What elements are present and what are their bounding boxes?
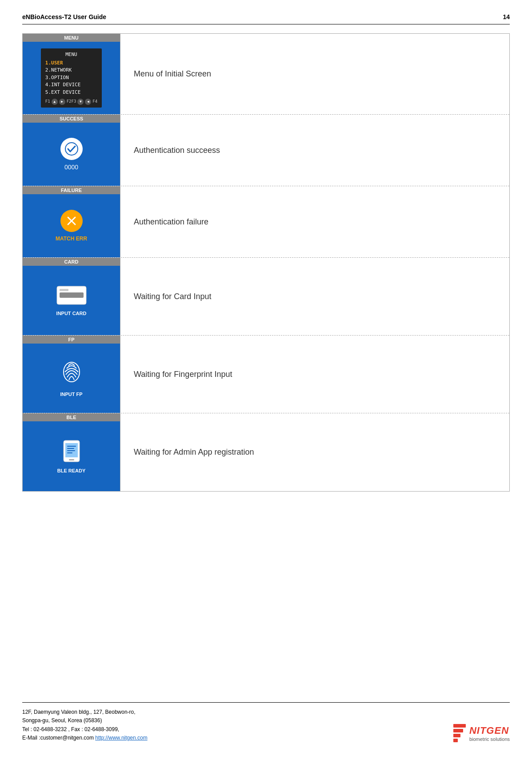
screen-header-fp: FP xyxy=(23,336,120,344)
document-title: eNBioAccess-T2 User Guide xyxy=(22,13,106,20)
menu-buttons: F1 ▲ ▶ F2 F3 ▼ ◀ F4 xyxy=(45,99,97,105)
failure-x-icon xyxy=(60,210,83,232)
logo-bar-1 xyxy=(453,724,466,728)
f2-label: F2 xyxy=(67,99,72,105)
page-number: 14 xyxy=(503,13,510,20)
card-screen-box: INPUT CARD xyxy=(23,266,120,335)
screen-header-menu: MENU xyxy=(23,34,120,42)
description-failure: Authentication failure xyxy=(120,186,509,257)
description-ble: Waiting for Admin App registration xyxy=(120,413,509,491)
device-cell-failure: FAILURE MATCH ERR xyxy=(23,186,120,257)
svg-rect-12 xyxy=(67,450,75,451)
fp-label: INPUT FP xyxy=(60,392,82,397)
logo-bar-2 xyxy=(453,729,463,732)
table-row: SUCCESS 0000 Authentication succeess xyxy=(23,115,509,186)
menu-item-3: 3.OPTION xyxy=(45,74,97,82)
fingerprint-icon xyxy=(60,360,83,388)
svg-rect-10 xyxy=(67,446,76,447)
table-row: FP INPUT FP xyxy=(23,336,509,413)
success-code: 0000 xyxy=(64,164,78,171)
f1-label: F1 xyxy=(45,99,50,105)
page: eNBioAccess-T2 User Guide 14 MENU MENU 1… xyxy=(0,0,532,760)
logo-tagline: biometric solutions xyxy=(469,736,510,742)
footer: 12F, Daemyung Valeon bldg., 127, Beobwon… xyxy=(22,702,510,742)
logo-name: NITGEN xyxy=(469,725,509,736)
f3-label: F3 xyxy=(72,99,76,105)
description-text-ble: Waiting for Admin App registration xyxy=(134,448,254,457)
success-check-icon xyxy=(60,138,83,160)
menu-screen: MENU 1.USER 2.NETWORK 3.OPTION 4.INT DEV… xyxy=(41,48,102,108)
logo-bars-icon xyxy=(453,724,466,742)
svg-rect-9 xyxy=(69,459,74,460)
screen-header-success: SUCCESS xyxy=(23,115,120,123)
description-text-menu: Menu of Initial Screen xyxy=(134,69,211,79)
screen-header-card: CARD xyxy=(23,258,120,266)
address-line3: Tel : 02-6488-3232 , Fax : 02-6488-3099, xyxy=(22,726,119,732)
menu-item-2: 2.NETWORK xyxy=(45,67,97,74)
footer-logo: NITGEN biometric solutions xyxy=(453,724,510,742)
failure-screen-box: MATCH ERR xyxy=(23,194,120,257)
address-line4: E-Mail :customer@nitgen.com xyxy=(22,735,94,741)
device-cell-fp: FP INPUT FP xyxy=(23,336,120,413)
device-cell-menu: MENU MENU 1.USER 2.NETWORK 3.OPTION 4.IN… xyxy=(23,34,120,114)
table-row: MENU MENU 1.USER 2.NETWORK 3.OPTION 4.IN… xyxy=(23,34,509,115)
device-cell-card: CARD INPUT CARD xyxy=(23,258,120,335)
address-line2: Songpa-gu, Seoul, Korea (05836) xyxy=(22,717,102,724)
description-fp: Waiting for Fingerprint Input xyxy=(120,336,509,413)
fp-screen-box: INPUT FP xyxy=(23,344,120,413)
logo-bar-3 xyxy=(453,734,460,737)
menu-item-1: 1.USER xyxy=(45,60,97,67)
description-text-success: Authentication succeess xyxy=(134,146,220,155)
screen-header-failure: FAILURE xyxy=(23,186,120,194)
logo-text: NITGEN biometric solutions xyxy=(469,725,510,742)
svg-rect-5 xyxy=(60,289,68,291)
btn-right: ▶ xyxy=(59,99,65,105)
description-card: Waiting for Card Input xyxy=(120,258,509,335)
menu-title: MENU xyxy=(45,51,97,59)
device-cell-ble: BLE xyxy=(23,413,120,491)
description-text-failure: Authentication failure xyxy=(134,217,208,227)
description-text-card: Waiting for Card Input xyxy=(134,292,211,301)
screen-header-ble: BLE xyxy=(23,413,120,421)
footer-address: 12F, Daemyung Valeon bldg., 127, Beobwon… xyxy=(22,708,148,742)
address-line1: 12F, Daemyung Valeon bldg., 127, Beobwon… xyxy=(22,709,136,715)
content-table: MENU MENU 1.USER 2.NETWORK 3.OPTION 4.IN… xyxy=(22,33,510,492)
btn-up: ▲ xyxy=(52,99,58,105)
table-row: CARD INPUT CARD Waiting for Card Input xyxy=(23,258,509,336)
ble-label: BLE READY xyxy=(57,468,86,473)
svg-rect-4 xyxy=(60,292,84,298)
website-link[interactable]: http://www.nitgen.com xyxy=(95,735,147,741)
menu-screen-box: MENU 1.USER 2.NETWORK 3.OPTION 4.INT DEV… xyxy=(23,42,120,114)
device-cell-success: SUCCESS 0000 xyxy=(23,115,120,186)
table-row: FAILURE MATCH ERR Authentication failure xyxy=(23,186,509,258)
header: eNBioAccess-T2 User Guide 14 xyxy=(22,13,510,24)
card-label: INPUT CARD xyxy=(56,311,87,316)
svg-point-6 xyxy=(64,362,80,382)
card-icon xyxy=(56,285,87,307)
success-screen-box: 0000 xyxy=(23,123,120,186)
btn-left: ◀ xyxy=(85,99,91,105)
svg-rect-13 xyxy=(67,452,72,453)
logo-bar-4 xyxy=(453,739,458,742)
btn-down: ▼ xyxy=(77,99,84,105)
description-menu: Menu of Initial Screen xyxy=(120,34,509,114)
ble-screen-box: BLE READY xyxy=(23,421,120,491)
btn-row-f1f2: F1 ▲ ▶ F2 xyxy=(45,99,72,105)
menu-item-5: 5.EXT DEVICE xyxy=(45,89,97,96)
table-row: BLE xyxy=(23,413,509,491)
svg-point-0 xyxy=(65,143,78,155)
ble-icon xyxy=(61,440,82,464)
menu-item-4: 4.INT DEVICE xyxy=(45,81,97,89)
failure-label: MATCH ERR xyxy=(56,236,87,242)
f4-label: F4 xyxy=(92,99,97,105)
svg-rect-11 xyxy=(67,448,74,449)
description-text-fp: Waiting for Fingerprint Input xyxy=(134,370,232,379)
description-success: Authentication succeess xyxy=(120,115,509,186)
btn-row-f3f4: F3 ▼ ◀ F4 xyxy=(72,99,98,105)
